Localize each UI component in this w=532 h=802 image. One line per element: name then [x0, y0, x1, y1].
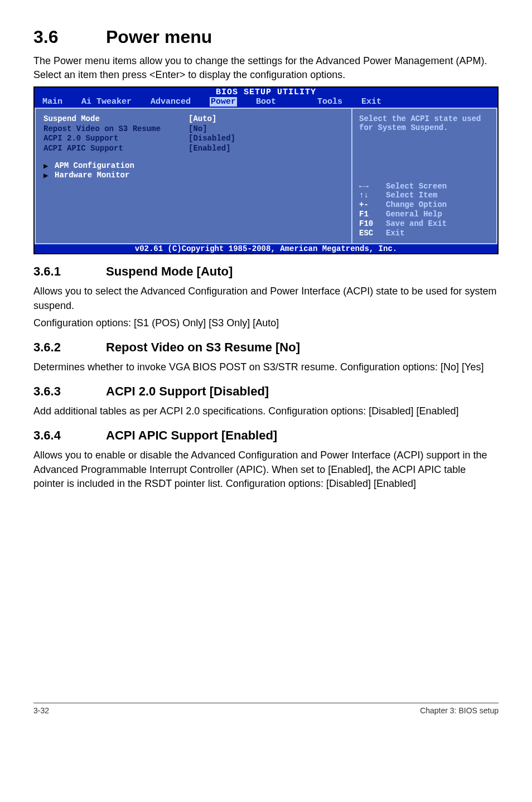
hint-general-help: F1 General Help	[359, 210, 490, 219]
section-intro: The Power menu items allow you to change…	[33, 54, 499, 82]
row-label: ACPI 2.0 Support	[43, 134, 188, 144]
sub-title: Suspend Mode [Auto]	[106, 264, 233, 279]
hint-select-screen: ←→ Select Screen	[359, 182, 490, 191]
hint-save-exit: F10 Save and Exit	[359, 219, 490, 229]
bios-hints: ←→ Select Screen ↑↓ Select Item +- Chang…	[359, 182, 490, 238]
triangle-right-icon: ▶	[43, 161, 55, 171]
sub-title: ACPI 2.0 Support [Disabled]	[106, 384, 269, 399]
row-value: [Enabled]	[188, 144, 231, 154]
tab-tools[interactable]: Tools	[317, 97, 342, 107]
hint-key: ←→	[359, 182, 386, 191]
hint-exit: ESC Exit	[359, 229, 490, 238]
tab-boot[interactable]: Boot	[256, 97, 276, 107]
hint-desc: Change Option	[386, 200, 447, 210]
row-suspend-mode[interactable]: Suspend Mode [Auto]	[43, 114, 344, 124]
bios-help-text: Select the ACPI state used for System Su…	[359, 114, 490, 132]
page-number: 3-32	[33, 706, 49, 715]
sub-title: ACPI APIC Support [Enabled]	[106, 428, 277, 443]
submenu-label: Hardware Monitor	[55, 171, 129, 180]
bios-footer: v02.61 (C)Copyright 1985-2008, American …	[35, 244, 497, 253]
sub-number: 3.6.3	[33, 384, 106, 399]
row-label: ACPI APIC Support	[43, 144, 188, 154]
sub4-p1: Allows you to enable or disable the Adva…	[33, 448, 499, 491]
row-acpi-20[interactable]: ACPI 2.0 Support [Disabled]	[43, 134, 344, 144]
section-title: Power menu	[106, 27, 212, 47]
hint-select-item: ↑↓ Select Item	[359, 191, 490, 200]
submenu-label: APM Configuration	[55, 161, 134, 171]
sub2-p1: Determines whether to invoke VGA BIOS PO…	[33, 360, 499, 374]
row-value: [No]	[188, 124, 207, 134]
tab-power[interactable]: Power	[210, 97, 237, 107]
sub-heading-1: 3.6.1 Suspend Mode [Auto]	[33, 264, 499, 279]
sub3-p1: Add additional tables as per ACPI 2.0 sp…	[33, 404, 499, 418]
hint-desc: Save and Exit	[386, 219, 447, 229]
bios-main-panel: Suspend Mode [Auto] Repost Video on S3 R…	[35, 108, 352, 244]
bios-side-panel: Select the ACPI state used for System Su…	[352, 108, 497, 244]
hint-desc: Select Screen	[386, 182, 447, 191]
hint-desc: Select Item	[386, 191, 437, 200]
hint-key: F10	[359, 219, 386, 229]
hint-change-option: +- Change Option	[359, 200, 490, 210]
hint-key: +-	[359, 200, 386, 210]
row-repost-video[interactable]: Repost Video on S3 Resume [No]	[43, 124, 344, 134]
hint-key: ↑↓	[359, 191, 386, 200]
tab-main[interactable]: Main	[42, 97, 62, 107]
row-value: [Auto]	[188, 114, 216, 124]
sub-heading-2: 3.6.2 Repost Video on S3 Resume [No]	[33, 340, 499, 355]
bios-window: BIOS SETUP UTILITY Main Ai Tweaker Advan…	[33, 86, 499, 254]
hint-desc: Exit	[386, 229, 405, 238]
submenu-apm[interactable]: ▶ APM Configuration	[43, 161, 344, 171]
sub1-p2: Configuration options: [S1 (POS) Only] […	[33, 316, 499, 330]
sub-number: 3.6.1	[33, 264, 106, 279]
sub1-p1: Allows you to select the Advanced Config…	[33, 284, 499, 312]
hint-key: ESC	[359, 229, 386, 238]
sub-heading-3: 3.6.3 ACPI 2.0 Support [Disabled]	[33, 384, 499, 399]
page-footer: 3-32 Chapter 3: BIOS setup	[33, 703, 499, 715]
hint-key: F1	[359, 210, 386, 219]
row-label: Suspend Mode	[43, 114, 188, 124]
hint-desc: General Help	[386, 210, 442, 219]
sub-number: 3.6.2	[33, 340, 106, 355]
tab-ai-tweaker[interactable]: Ai Tweaker	[81, 97, 132, 107]
row-value: [Disabled]	[188, 134, 235, 144]
section-heading: 3.6 Power menu	[33, 27, 499, 47]
triangle-right-icon: ▶	[43, 171, 55, 180]
row-label: Repost Video on S3 Resume	[43, 124, 188, 134]
tab-advanced[interactable]: Advanced	[151, 97, 191, 107]
tab-exit[interactable]: Exit	[361, 97, 381, 107]
sub-number: 3.6.4	[33, 428, 106, 443]
bios-title: BIOS SETUP UTILITY	[35, 88, 497, 97]
bios-tabs: Main Ai Tweaker Advanced Power Boot Tool…	[35, 97, 497, 108]
section-number: 3.6	[33, 27, 106, 47]
row-acpi-apic[interactable]: ACPI APIC Support [Enabled]	[43, 144, 344, 154]
submenu-hardware-monitor[interactable]: ▶ Hardware Monitor	[43, 171, 344, 180]
sub-title: Repost Video on S3 Resume [No]	[106, 340, 300, 355]
chapter-label: Chapter 3: BIOS setup	[420, 706, 499, 715]
sub-heading-4: 3.6.4 ACPI APIC Support [Enabled]	[33, 428, 499, 443]
